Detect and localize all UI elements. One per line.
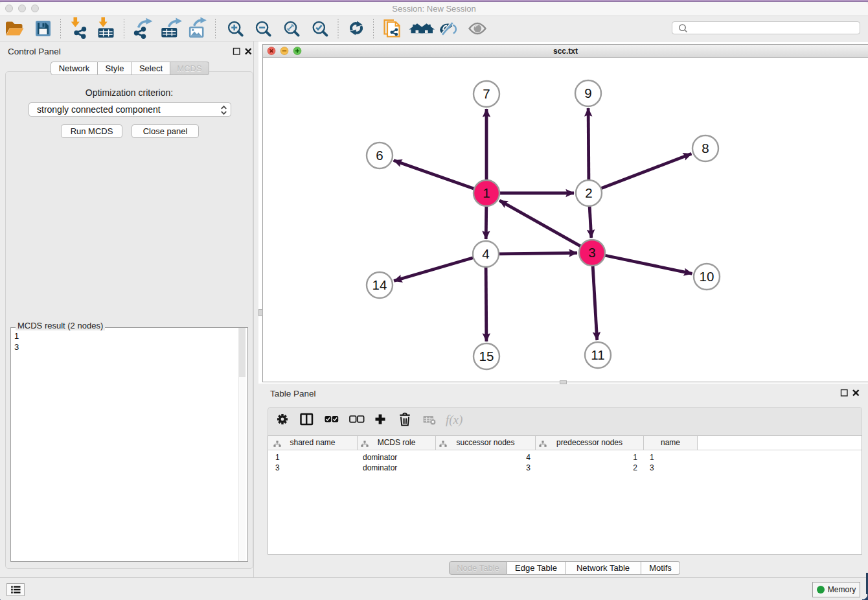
svg-text:10: 10 (700, 269, 714, 284)
svg-text:7: 7 (483, 86, 490, 101)
svg-text:14: 14 (372, 277, 387, 292)
svg-text:1: 1 (483, 185, 490, 200)
svg-text:15: 15 (479, 349, 494, 363)
svg-text:4: 4 (482, 246, 489, 261)
svg-text:3: 3 (588, 245, 595, 260)
svg-text:2: 2 (585, 185, 592, 200)
svg-text:8: 8 (702, 141, 709, 156)
svg-text:11: 11 (591, 347, 604, 362)
svg-text:f(x): f(x) (446, 413, 463, 427)
svg-text:6: 6 (376, 148, 383, 163)
svg-text:9: 9 (584, 86, 591, 100)
